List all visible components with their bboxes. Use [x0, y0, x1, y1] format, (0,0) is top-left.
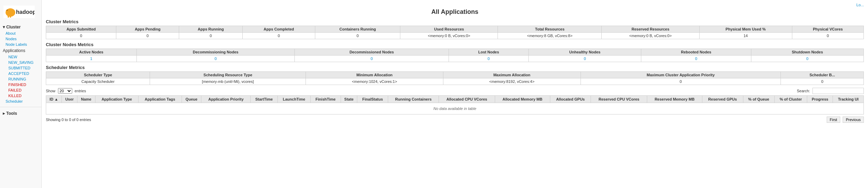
show-entries-control: Show 10202550100 entries — [46, 88, 86, 94]
cluster-metrics-value-1: 0 — [116, 33, 179, 39]
cluster-metrics-value-6: <memory:8 GB, vCores:8> — [498, 33, 602, 39]
cluster-nodes-value-6: 0 — [751, 55, 863, 62]
data-table-header-0[interactable]: ID ▲ — [46, 96, 62, 103]
pagination-controls: First Previous — [825, 117, 864, 123]
sidebar: hadoop ▾ Cluster About Nodes Node Labels… — [0, 0, 42, 188]
sidebar-item-node-labels[interactable]: Node Labels — [0, 42, 41, 47]
scheduler-metrics-value-1: [memory-mb (unit=Mi), vcores] — [150, 78, 306, 85]
cluster-nodes-header-6: Shutdown Nodes — [751, 49, 863, 55]
show-label: Show — [46, 89, 56, 93]
scheduler-metrics-value-3: <memory:8192, vCores:4> — [443, 78, 581, 85]
data-table-header-20: % of Cluster — [774, 96, 807, 103]
table-footer: Showing 0 to 0 of 0 entries First Previo… — [46, 117, 864, 123]
data-table-header-22: Tracking UI — [833, 96, 864, 103]
scheduler-metrics-value-2: <memory:1024, vCores:1> — [306, 78, 443, 85]
sidebar-item-new-saving[interactable]: NEW_SAVING — [0, 60, 41, 65]
logout-link[interactable]: Lo... — [857, 3, 864, 7]
cluster-section: ▾ Cluster About Nodes Node Labels Applic… — [0, 22, 41, 105]
cluster-metrics-value-5: <memory:0 B, vCores:0> — [400, 33, 498, 39]
cluster-nodes-value-0: 1 — [46, 55, 137, 62]
entries-label: entries — [75, 89, 86, 93]
tools-label: Tools — [6, 111, 17, 116]
data-table-header-17: Reserved Memory MB — [647, 96, 702, 103]
previous-button[interactable]: Previous — [843, 117, 864, 123]
svg-point-6 — [7, 10, 8, 10]
search-label: Search: — [797, 89, 810, 93]
scheduler-metrics-value-5: 0 — [781, 78, 864, 85]
sidebar-item-failed[interactable]: FAILED — [0, 87, 41, 93]
cluster-nodes-value-4: 0 — [528, 55, 641, 62]
data-table-header-10: State — [341, 96, 357, 103]
data-table-header-5: Queue — [182, 96, 201, 103]
svg-text:hadoop: hadoop — [16, 9, 35, 15]
first-button[interactable]: First — [827, 117, 840, 123]
sidebar-item-killed[interactable]: KILLED — [0, 93, 41, 99]
svg-point-5 — [6, 10, 8, 11]
main-content: Lo... All Applications Cluster Metrics A… — [42, 0, 868, 188]
cluster-metrics-header-0: Apps Submitted — [46, 26, 116, 33]
cluster-nodes-value-5: 0 — [641, 55, 751, 62]
search-input[interactable] — [812, 88, 864, 94]
cluster-nodes-metrics-table: Active NodesDecommissioning NodesDecommi… — [46, 49, 864, 62]
logo-container: hadoop — [0, 3, 41, 22]
sidebar-item-new[interactable]: NEW — [0, 54, 41, 60]
data-table-header-11: FinalStatus — [357, 96, 388, 103]
cluster-metrics-header-9: Physical VCores — [792, 26, 863, 33]
cluster-metrics-title: Cluster Metrics — [46, 19, 864, 24]
data-table-header-14: Allocated Memory MB — [495, 96, 550, 103]
entries-select[interactable]: 10202550100 — [58, 88, 72, 94]
cluster-metrics-header-4: Containers Running — [315, 26, 400, 33]
hadoop-logo-icon: hadoop — [3, 6, 35, 18]
page-title: All Applications — [46, 8, 864, 16]
cluster-metrics-header-6: Total Resources — [498, 26, 602, 33]
sidebar-divider — [0, 107, 41, 107]
svg-rect-4 — [10, 15, 11, 18]
sidebar-item-scheduler[interactable]: Scheduler — [0, 99, 41, 104]
collapse-icon: ▾ — [3, 25, 5, 29]
cluster-nodes-value-3: 0 — [449, 55, 528, 62]
tools-section-title: ▸ Tools — [0, 110, 41, 117]
scheduler-metrics-header-4: Maximum Cluster Application Priority — [581, 72, 781, 78]
cluster-metrics-header-8: Physical Mem Used % — [699, 26, 792, 33]
table-controls: Show 10202550100 entries Search: — [46, 88, 864, 94]
data-table-header-4: Application Tags — [139, 96, 182, 103]
no-data-row: No data available in table — [46, 103, 864, 114]
no-data-cell: No data available in table — [46, 103, 864, 114]
data-table-header-3: Application Type — [95, 96, 138, 103]
cluster-metrics-value-2: 0 — [179, 33, 243, 39]
data-table-header-6: Application Priority — [201, 96, 251, 103]
cluster-nodes-header-2: Decommissioned Nodes — [295, 49, 449, 55]
data-table-header-15: Allocated GPUs — [550, 96, 591, 103]
data-table-header-1: User — [62, 96, 77, 103]
cluster-nodes-header-3: Lost Nodes — [449, 49, 528, 55]
sidebar-item-submitted[interactable]: SUBMITTED — [0, 65, 41, 71]
sidebar-item-running[interactable]: RUNNING — [0, 76, 41, 82]
scheduler-metrics-header-1: Scheduling Resource Type — [150, 72, 306, 78]
applications-section-title: Applications — [0, 47, 41, 54]
cluster-metrics-value-0: 0 — [46, 33, 116, 39]
cluster-nodes-header-4: Unhealthy Nodes — [528, 49, 641, 55]
sidebar-item-nodes[interactable]: Nodes — [0, 36, 41, 42]
cluster-metrics-header-7: Reserved Resources — [602, 26, 699, 33]
scheduler-metrics-title: Scheduler Metrics — [46, 65, 864, 70]
data-table: ID ▲UserNameApplication TypeApplication … — [46, 95, 864, 114]
cluster-label: Cluster — [6, 25, 20, 29]
cluster-metrics-header-2: Apps Running — [179, 26, 243, 33]
cluster-metrics-header-1: Apps Pending — [116, 26, 179, 33]
scheduler-metrics-table: Scheduler TypeScheduling Resource TypeMi… — [46, 71, 864, 85]
scheduler-metrics-header-5: Scheduler B... — [781, 72, 864, 78]
sidebar-item-finished[interactable]: FINISHED — [0, 82, 41, 87]
data-table-header-21: Progress — [807, 96, 833, 103]
sidebar-item-about[interactable]: About — [0, 31, 41, 36]
sidebar-item-accepted[interactable]: ACCEPTED — [0, 71, 41, 76]
cluster-nodes-header-1: Decommissioning Nodes — [136, 49, 294, 55]
scheduler-metrics-header-3: Maximum Allocation — [443, 72, 581, 78]
cluster-metrics-value-9: 0 — [792, 33, 863, 39]
data-table-header-18: Reserved GPUs — [702, 96, 743, 103]
cluster-metrics-table: Apps SubmittedApps PendingApps RunningAp… — [46, 26, 864, 39]
cluster-metrics-header-5: Used Resources — [400, 26, 498, 33]
cluster-nodes-value-2: 0 — [295, 55, 449, 62]
cluster-nodes-metrics-title: Cluster Nodes Metrics — [46, 42, 864, 47]
tools-expand-icon: ▸ — [3, 111, 5, 116]
cluster-nodes-header-0: Active Nodes — [46, 49, 137, 55]
